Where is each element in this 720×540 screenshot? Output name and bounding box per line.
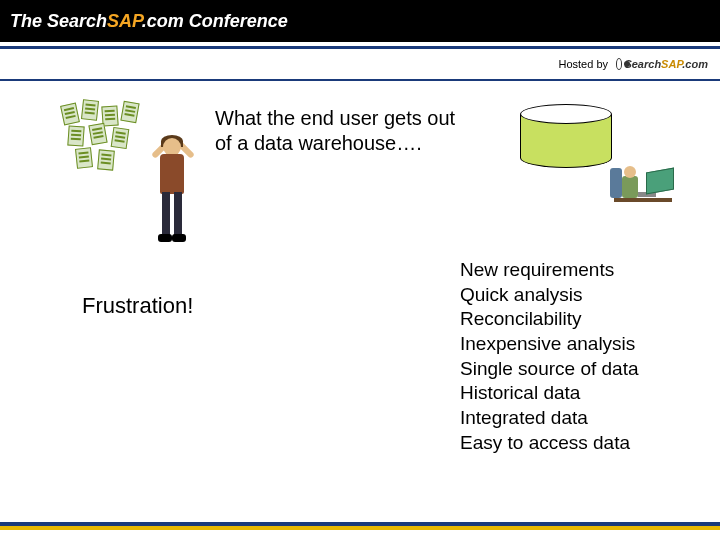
frustration-label: Frustration! xyxy=(82,293,193,319)
footer-divider-gold xyxy=(0,526,720,530)
brand-suffix: .com xyxy=(142,11,184,31)
benefit-item: Historical data xyxy=(460,381,639,406)
benefit-item: Quick analysis xyxy=(460,283,639,308)
benefits-list: New requirements Quick analysis Reconcil… xyxy=(460,258,639,456)
brand-prefix: The xyxy=(10,11,47,31)
database-cylinder-icon xyxy=(520,104,612,168)
eye-icon xyxy=(616,58,622,70)
brand-search: Search xyxy=(47,11,107,31)
brand-sap: SAP xyxy=(107,11,142,31)
hosted-by-logo: SearchSAP.com xyxy=(616,53,708,75)
brand-conference: Conference xyxy=(184,11,288,31)
hosted-logo-suffix: .com xyxy=(682,58,708,70)
scattered-papers-icon xyxy=(58,100,148,180)
benefit-item: Integrated data xyxy=(460,406,639,431)
hosted-by-label: Hosted by xyxy=(558,58,608,70)
header-bar: The SearchSAP.com Conference xyxy=(0,0,720,42)
header-title: The SearchSAP.com Conference xyxy=(10,11,288,32)
hosted-by-row: Hosted by SearchSAP.com xyxy=(0,49,720,79)
divider-under-hosted xyxy=(0,79,720,81)
benefit-item: Inexpensive analysis xyxy=(460,332,639,357)
slide-title-line2: of a data warehouse…. xyxy=(215,131,455,156)
hosted-logo-sap: SAP xyxy=(661,58,682,70)
person-at-computer-icon xyxy=(608,164,678,222)
slide-title-line1: What the end user gets out xyxy=(215,106,455,131)
benefit-item: New requirements xyxy=(460,258,639,283)
benefit-item: Easy to access data xyxy=(460,431,639,456)
benefit-item: Single source of data xyxy=(460,357,639,382)
benefit-item: Reconcilability xyxy=(460,307,639,332)
frustrated-person-icon xyxy=(148,138,198,248)
slide-title: What the end user gets out of a data war… xyxy=(215,106,455,156)
slide-content: What the end user gets out of a data war… xyxy=(0,98,720,498)
hosted-brand-text: SearchSAP.com xyxy=(624,58,708,70)
